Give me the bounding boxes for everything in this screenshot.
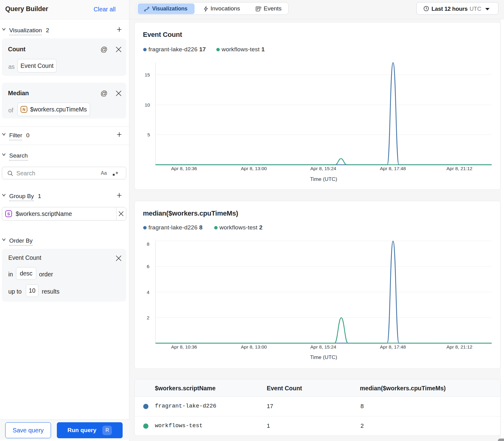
svg-text:Apr 8, 21:12: Apr 8, 21:12	[447, 344, 472, 349]
svg-text:Time (UTC): Time (UTC)	[310, 354, 337, 360]
svg-text:Apr 8, 17:48: Apr 8, 17:48	[380, 166, 406, 171]
svg-text:Apr 8, 10:36: Apr 8, 10:36	[171, 166, 197, 171]
svg-text:Apr 8, 15:24: Apr 8, 15:24	[310, 344, 337, 349]
svg-text:Apr 8, 13:00: Apr 8, 13:00	[241, 166, 267, 171]
svg-text:*: *	[116, 170, 118, 177]
svg-text:Apr 8, 17:48: Apr 8, 17:48	[380, 344, 406, 349]
svg-text:10: 10	[145, 102, 150, 107]
svg-text:Apr 8, 15:24: Apr 8, 15:24	[310, 166, 337, 171]
svg-text:Apr 8, 21:12: Apr 8, 21:12	[447, 166, 472, 171]
svg-text:2: 2	[147, 315, 149, 320]
svg-text:Apr 8, 10:36: Apr 8, 10:36	[171, 344, 197, 349]
svg-text:Apr 8, 13:00: Apr 8, 13:00	[241, 344, 267, 349]
svg-text:8: 8	[147, 241, 149, 247]
svg-text:4: 4	[147, 290, 149, 295]
svg-text:6: 6	[147, 264, 149, 269]
svg-text:5: 5	[147, 132, 150, 137]
svg-text:Time (UTC): Time (UTC)	[310, 176, 337, 182]
svg-text:15: 15	[145, 72, 150, 77]
